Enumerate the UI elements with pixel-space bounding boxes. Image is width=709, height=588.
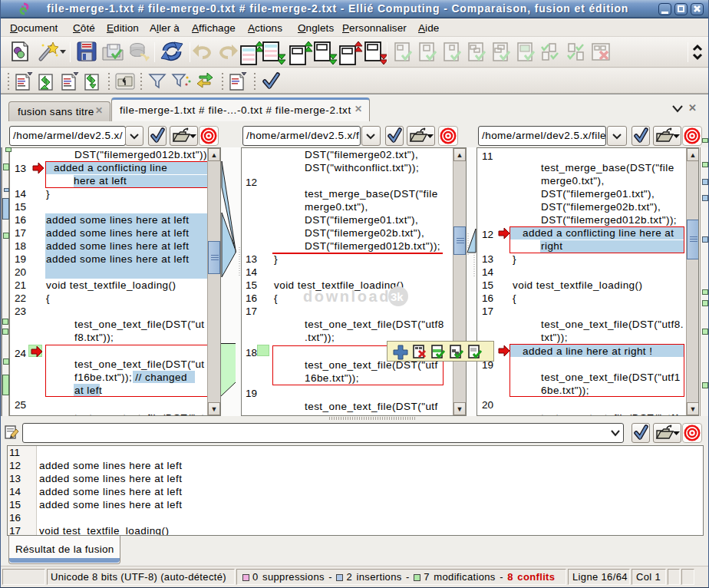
svg-text:3k: 3k [391, 290, 404, 303]
